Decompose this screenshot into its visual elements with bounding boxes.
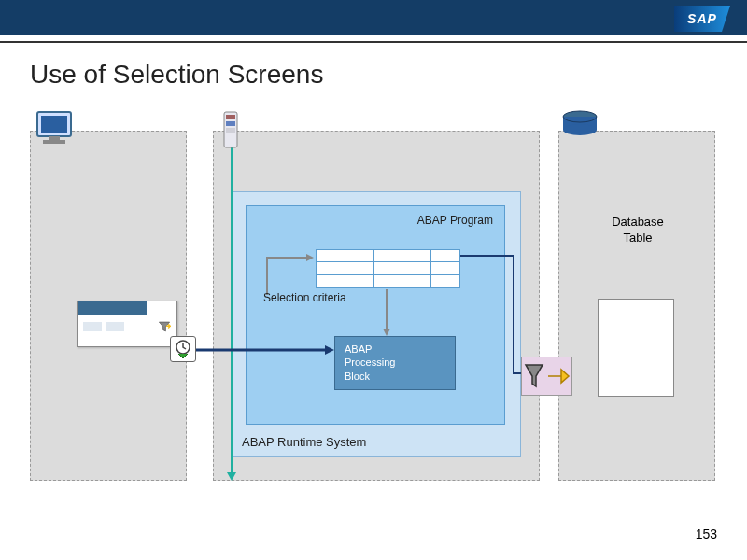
page-number: 153: [696, 526, 717, 541]
header-divider: [0, 41, 747, 43]
input-field: [106, 322, 124, 331]
svg-point-10: [563, 124, 597, 135]
program-label: ABAP Program: [417, 214, 493, 227]
card-titlebar: [78, 301, 147, 315]
database-table-box: [598, 299, 674, 397]
database-cylinder-icon: [560, 110, 599, 142]
processing-block: ABAP Processing Block: [334, 336, 456, 390]
header-bar: SAP: [0, 0, 747, 35]
svg-rect-2: [49, 136, 60, 140]
svg-rect-6: [226, 121, 235, 126]
input-field: [83, 322, 102, 331]
page-title: Use of Selection Screens: [30, 60, 323, 90]
processing-block-label: ABAP Processing Block: [345, 343, 395, 382]
database-table-label: Database Table: [596, 215, 680, 246]
server-icon: [221, 110, 242, 155]
svg-rect-7: [226, 128, 235, 133]
runtime-label: ABAP Runtime System: [242, 435, 366, 449]
selection-criteria-grid: [316, 249, 460, 290]
funnel-icon: [158, 320, 171, 333]
svg-rect-5: [226, 115, 235, 119]
svg-rect-3: [43, 140, 65, 144]
svg-rect-1: [41, 116, 67, 133]
selection-criteria-label: Selection criteria: [263, 291, 346, 304]
monitor-icon: [35, 110, 77, 151]
filter-output-icon: [521, 357, 572, 396]
selection-screen-card: [77, 301, 177, 347]
abap-program-box: ABAP Program: [246, 205, 505, 425]
sap-logo: SAP: [674, 6, 730, 32]
execute-icon: [170, 336, 196, 362]
